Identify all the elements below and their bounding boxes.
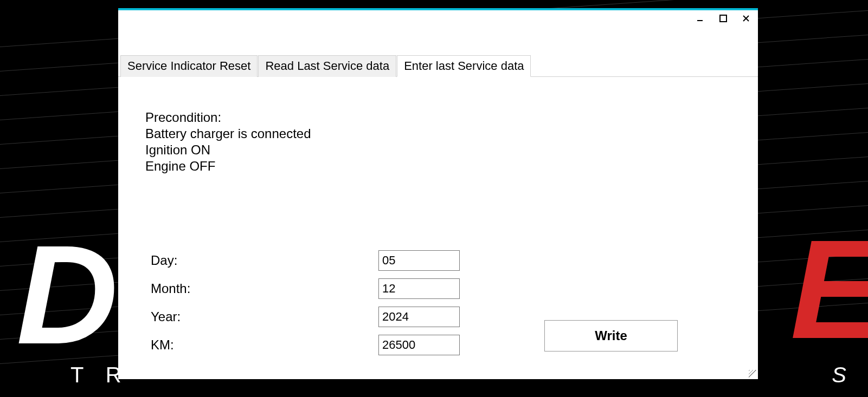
month-label: Month: bbox=[145, 281, 378, 296]
close-button[interactable] bbox=[740, 13, 753, 24]
svg-rect-0 bbox=[697, 20, 703, 21]
km-label: KM: bbox=[145, 337, 378, 353]
day-input[interactable] bbox=[378, 250, 460, 271]
background-letter-e: E bbox=[790, 233, 868, 346]
day-label: Day: bbox=[145, 253, 378, 268]
minimize-button[interactable] bbox=[694, 13, 707, 24]
maximize-button[interactable] bbox=[717, 13, 730, 24]
tab-read-last-service-data[interactable]: Read Last Service data bbox=[258, 55, 396, 77]
tab-content: Precondition: Battery charger is connect… bbox=[118, 77, 758, 355]
precondition-line-ignition: Ignition ON bbox=[145, 142, 731, 158]
form-row-day: Day: bbox=[145, 250, 731, 271]
precondition-line-engine: Engine OFF bbox=[145, 158, 731, 174]
precondition-line-charger: Battery charger is connected bbox=[145, 126, 731, 142]
form-row-month: Month: bbox=[145, 278, 731, 299]
tab-strip: Service Indicator Reset Read Last Servic… bbox=[118, 55, 758, 77]
write-button[interactable]: Write bbox=[544, 320, 678, 352]
app-window: Service Indicator Reset Read Last Servic… bbox=[118, 8, 758, 379]
background-letter-d: D bbox=[16, 238, 113, 351]
window-titlebar bbox=[118, 10, 758, 27]
tab-service-indicator-reset[interactable]: Service Indicator Reset bbox=[120, 55, 258, 77]
precondition-heading: Precondition: bbox=[145, 109, 731, 126]
month-input[interactable] bbox=[378, 278, 460, 299]
year-label: Year: bbox=[145, 309, 378, 324]
year-input[interactable] bbox=[378, 307, 460, 327]
resize-grip-icon[interactable] bbox=[748, 369, 756, 378]
km-input[interactable] bbox=[378, 335, 460, 355]
tab-enter-last-service-data[interactable]: Enter last Service data bbox=[397, 55, 531, 77]
precondition-block: Precondition: Battery charger is connect… bbox=[145, 109, 731, 174]
svg-rect-1 bbox=[720, 15, 726, 22]
background-text-s: S bbox=[832, 363, 846, 387]
